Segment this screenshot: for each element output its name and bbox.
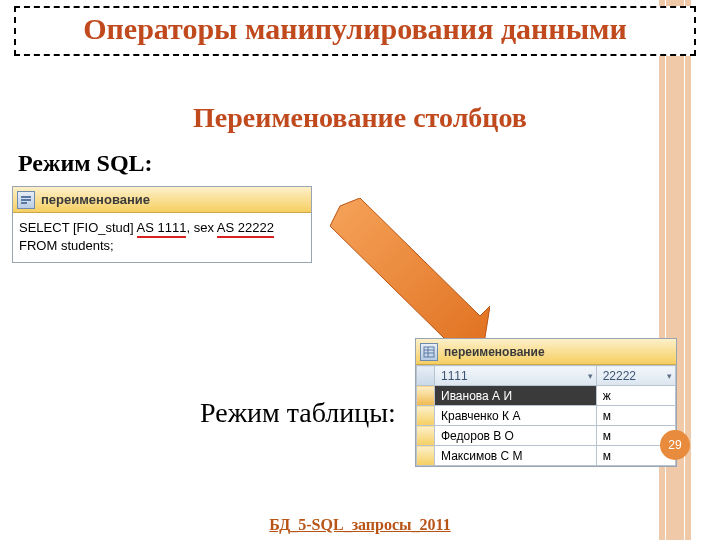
sql-mode-label: Режим SQL: [18, 150, 153, 177]
query-icon [17, 191, 35, 209]
row-selector[interactable] [417, 386, 435, 406]
table-row[interactable]: Максимов С М м [417, 446, 676, 466]
svg-rect-2 [21, 202, 27, 204]
table-row[interactable]: Федоров В О м [417, 426, 676, 446]
chevron-down-icon[interactable]: ▾ [588, 371, 593, 381]
cell[interactable]: Кравченко К А [435, 406, 597, 426]
svg-rect-4 [424, 347, 434, 357]
footer-text: БД_5-SQL_запросы_2011 [0, 516, 720, 534]
cell[interactable]: ж [596, 386, 675, 406]
row-selector[interactable] [417, 406, 435, 426]
sql-as1: AS 1111 [137, 220, 187, 238]
grid-corner[interactable] [417, 366, 435, 386]
row-selector[interactable] [417, 446, 435, 466]
datasheet-icon [420, 343, 438, 361]
sql-as2: AS 22222 [217, 220, 274, 238]
sql-tab-bar: переименование [13, 187, 311, 213]
table-tab-bar: переименование [416, 339, 676, 365]
cell[interactable]: Иванова А И [435, 386, 597, 406]
slide-title: Операторы манипулирования данными [22, 12, 688, 46]
row-selector[interactable] [417, 426, 435, 446]
cell[interactable]: Федоров В О [435, 426, 597, 446]
title-box: Операторы манипулирования данными [14, 6, 696, 56]
col-header-1-label: 1111 [441, 369, 468, 383]
data-grid[interactable]: 1111▾ 22222▾ Иванова А И ж Кравченко К А… [416, 365, 676, 466]
chevron-down-icon[interactable]: ▾ [667, 371, 672, 381]
sql-col1: [FIO_stud] [73, 220, 134, 235]
svg-marker-3 [330, 198, 490, 356]
table-tab-label: переименование [444, 345, 545, 359]
sql-sep: , [186, 220, 193, 235]
table-row[interactable]: Кравченко К А м [417, 406, 676, 426]
col-header-2[interactable]: 22222▾ [596, 366, 675, 386]
cell[interactable]: м [596, 406, 675, 426]
svg-rect-1 [21, 199, 31, 201]
sql-tab-label: переименование [41, 192, 150, 207]
svg-rect-0 [21, 196, 31, 198]
table-window: переименование 1111▾ 22222▾ Иванова А И … [415, 338, 677, 467]
sql-body: SELECT [FIO_stud] AS 1111, sex AS 22222 … [13, 213, 311, 262]
sql-kw-select: SELECT [19, 220, 69, 235]
table-row[interactable]: Иванова А И ж [417, 386, 676, 406]
table-mode-label: Режим таблицы: [200, 398, 396, 429]
cell[interactable]: Максимов С М [435, 446, 597, 466]
sql-col2: sex [194, 220, 214, 235]
slide-subtitle: Переименование столбцов [0, 102, 720, 134]
col-header-2-label: 22222 [603, 369, 636, 383]
arrow-icon [330, 198, 490, 358]
col-header-1[interactable]: 1111▾ [435, 366, 597, 386]
page-number-badge: 29 [660, 430, 690, 460]
sql-from: FROM students; [19, 238, 114, 253]
sql-window: переименование SELECT [FIO_stud] AS 1111… [12, 186, 312, 263]
